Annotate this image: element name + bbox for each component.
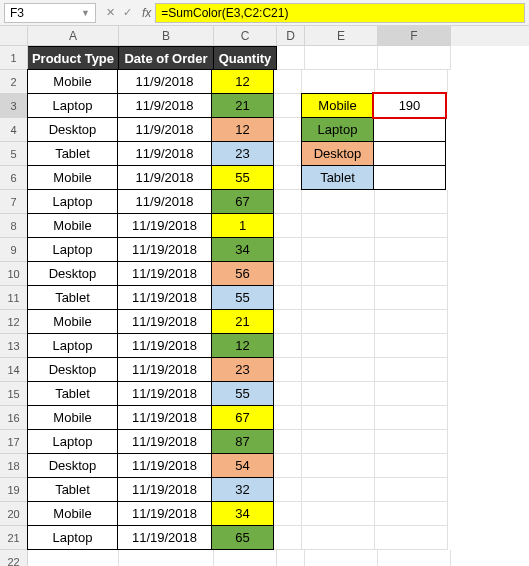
dropdown-icon[interactable]: ▼ [81,8,90,18]
header-date-of-order[interactable]: Date of Order [119,46,214,70]
cell-C17[interactable]: 87 [211,429,274,454]
cell-A7[interactable]: Laptop [27,189,118,214]
cell-F5[interactable] [373,141,446,166]
cell-A22[interactable] [28,550,119,566]
cell-B5[interactable]: 11/9/2018 [117,141,212,166]
row-header-15[interactable]: 15 [0,382,28,406]
cell-E9[interactable] [302,238,375,262]
row-header-12[interactable]: 12 [0,310,28,334]
cell-B15[interactable]: 11/19/2018 [117,381,212,406]
cell-E20[interactable] [302,502,375,526]
cell-C4[interactable]: 12 [211,117,274,142]
cell-D17[interactable] [274,430,302,454]
cell-E22[interactable] [305,550,378,566]
cell-A4[interactable]: Desktop [27,117,118,142]
col-header-C[interactable]: C [214,26,277,46]
cell-A16[interactable]: Mobile [27,405,118,430]
cell-A10[interactable]: Desktop [27,261,118,286]
row-header-6[interactable]: 6 [0,166,28,190]
cell-E15[interactable] [302,382,375,406]
cell-C9[interactable]: 34 [211,237,274,262]
cell-C20[interactable]: 34 [211,501,274,526]
cell-C16[interactable]: 67 [211,405,274,430]
cell-C22[interactable] [214,550,277,566]
cell-D15[interactable] [274,382,302,406]
header-product-type[interactable]: Product Type [28,46,119,70]
cell-C13[interactable]: 12 [211,333,274,358]
cell-B22[interactable] [119,550,214,566]
cell-A19[interactable]: Tablet [27,477,118,502]
cell-B14[interactable]: 11/19/2018 [117,357,212,382]
cell-E21[interactable] [302,526,375,550]
cell-A13[interactable]: Laptop [27,333,118,358]
cell-D21[interactable] [274,526,302,550]
cell-F1[interactable] [378,46,451,70]
cell-C14[interactable]: 23 [211,357,274,382]
cell-A12[interactable]: Mobile [27,309,118,334]
cell-A14[interactable]: Desktop [27,357,118,382]
row-header-20[interactable]: 20 [0,502,28,526]
cell-D20[interactable] [274,502,302,526]
cell-B19[interactable]: 11/19/2018 [117,477,212,502]
cell-F16[interactable] [375,406,448,430]
cell-F12[interactable] [375,310,448,334]
cell-E13[interactable] [302,334,375,358]
cell-A2[interactable]: Mobile [27,69,118,94]
cell-D13[interactable] [274,334,302,358]
row-header-4[interactable]: 4 [0,118,28,142]
cell-D9[interactable] [274,238,302,262]
cell-A8[interactable]: Mobile [27,213,118,238]
cell-D5[interactable] [274,142,302,166]
row-header-8[interactable]: 8 [0,214,28,238]
cell-B17[interactable]: 11/19/2018 [117,429,212,454]
cell-F17[interactable] [375,430,448,454]
cell-D14[interactable] [274,358,302,382]
cell-B12[interactable]: 11/19/2018 [117,309,212,334]
cell-D8[interactable] [274,214,302,238]
cell-E19[interactable] [302,478,375,502]
cell-A6[interactable]: Mobile [27,165,118,190]
cell-C12[interactable]: 21 [211,309,274,334]
row-header-7[interactable]: 7 [0,190,28,214]
enter-icon[interactable]: ✓ [123,6,132,19]
row-header-17[interactable]: 17 [0,430,28,454]
header-quantity[interactable]: Quantity [214,46,277,70]
cell-D18[interactable] [274,454,302,478]
cell-A20[interactable]: Mobile [27,501,118,526]
cell-B3[interactable]: 11/9/2018 [117,93,212,118]
select-all-corner[interactable] [0,26,28,46]
cell-F8[interactable] [375,214,448,238]
cell-A11[interactable]: Tablet [27,285,118,310]
col-header-F[interactable]: F [378,26,451,46]
cell-C5[interactable]: 23 [211,141,274,166]
cell-D19[interactable] [274,478,302,502]
row-header-2[interactable]: 2 [0,70,28,94]
cell-A9[interactable]: Laptop [27,237,118,262]
cell-F4[interactable] [373,117,446,142]
cell-D2[interactable] [274,70,302,94]
cell-C8[interactable]: 1 [211,213,274,238]
col-header-E[interactable]: E [305,26,378,46]
cell-B21[interactable]: 11/19/2018 [117,525,212,550]
fx-icon[interactable]: fx [138,6,155,20]
cell-A5[interactable]: Tablet [27,141,118,166]
cell-F15[interactable] [375,382,448,406]
cell-B11[interactable]: 11/19/2018 [117,285,212,310]
cell-E4[interactable]: Laptop [301,117,374,142]
cell-B4[interactable]: 11/9/2018 [117,117,212,142]
cell-B7[interactable]: 11/9/2018 [117,189,212,214]
row-header-9[interactable]: 9 [0,238,28,262]
cell-F22[interactable] [378,550,451,566]
cell-F9[interactable] [375,238,448,262]
cell-B13[interactable]: 11/19/2018 [117,333,212,358]
cell-D11[interactable] [274,286,302,310]
cell-C10[interactable]: 56 [211,261,274,286]
row-header-1[interactable]: 1 [0,46,28,70]
cell-B18[interactable]: 11/19/2018 [117,453,212,478]
col-header-B[interactable]: B [119,26,214,46]
cell-A17[interactable]: Laptop [27,429,118,454]
cell-D10[interactable] [274,262,302,286]
cell-B16[interactable]: 11/19/2018 [117,405,212,430]
cell-B10[interactable]: 11/19/2018 [117,261,212,286]
row-header-13[interactable]: 13 [0,334,28,358]
